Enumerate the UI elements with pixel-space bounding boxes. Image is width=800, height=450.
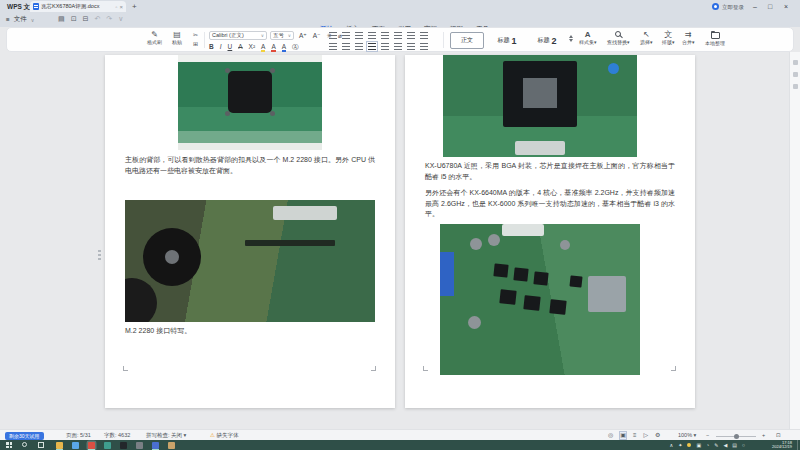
style-gallery-scroll[interactable]	[569, 35, 573, 42]
document-tab[interactable]: 兆芯KX6780A评测.docx ◦ ×	[30, 1, 126, 12]
new-tab-button[interactable]: +	[132, 2, 137, 11]
font-size-select[interactable]: 五号∨	[270, 31, 294, 40]
image-cpu-closeup[interactable]	[443, 55, 637, 157]
increase-font-button[interactable]: A⁺	[299, 32, 307, 39]
find-replace-button[interactable]: 查找替换▾	[607, 31, 630, 45]
tray-icon-yellow[interactable]	[687, 443, 691, 447]
user-label[interactable]: 立即登录	[722, 4, 744, 11]
task-view-icon[interactable]	[38, 442, 44, 448]
page-indicator[interactable]: 页面: 5/31	[66, 432, 91, 439]
style-heading2[interactable]: 标题2	[528, 32, 566, 49]
italic-button[interactable]: I	[220, 43, 222, 50]
merge-button[interactable]: ⇉ 合并▾	[682, 31, 695, 45]
restore-button[interactable]: □	[768, 3, 772, 10]
style-set-button[interactable]: A 样式集▾	[579, 31, 597, 45]
print-icon[interactable]: ⊟	[83, 15, 89, 23]
taskbar-app-wps-active[interactable]	[88, 442, 95, 449]
asian-layout-icon[interactable]	[407, 32, 415, 39]
tray-icon-g[interactable]: ○	[742, 442, 745, 448]
font-name-select[interactable]: Calibri (正文)∨	[209, 31, 267, 40]
slideshow-icon[interactable]: ▷	[643, 432, 648, 439]
word-count[interactable]: 字数: 4632	[104, 432, 130, 439]
border-icon[interactable]	[420, 43, 428, 50]
select-button[interactable]: ↖ 选择▾	[640, 31, 653, 45]
paragraph-mark-icon[interactable]	[394, 32, 402, 39]
align-left-icon[interactable]	[329, 43, 337, 50]
cut-icon[interactable]: ✂	[193, 31, 198, 38]
taskbar-app-explorer[interactable]	[56, 442, 63, 449]
tray-icon-d[interactable]: ✎	[714, 442, 718, 448]
save-icon[interactable]: ▤	[58, 15, 65, 23]
superscript-button[interactable]: X²	[249, 43, 256, 50]
bullet-list-icon[interactable]	[329, 32, 337, 39]
tray-expand-icon[interactable]: ∧	[670, 442, 674, 448]
spell-check-toggle[interactable]: 拼写检查: 关闭 ▾	[146, 432, 186, 439]
tray-icon-e[interactable]: ◀	[723, 442, 727, 448]
paragraph-handle[interactable]	[98, 250, 101, 261]
page-view-icon[interactable]: ▣	[620, 432, 626, 439]
close-tab-icon[interactable]: ×	[119, 4, 123, 10]
distribute-icon[interactable]	[381, 43, 389, 50]
taskbar-app-dark[interactable]	[120, 442, 127, 449]
zoom-in-button[interactable]: +	[762, 432, 765, 438]
taskbar-app-tan[interactable]	[168, 442, 175, 449]
sort-icon[interactable]	[420, 32, 428, 39]
zoom-level[interactable]: 100% ▾	[678, 432, 696, 438]
zoom-slider-knob[interactable]	[734, 434, 739, 439]
taskbar-clock[interactable]: 17:18 2024/12/19	[772, 441, 792, 450]
right-sidebar[interactable]	[789, 52, 800, 429]
taskbar-search-icon[interactable]	[22, 442, 27, 447]
pin-tab-icon[interactable]: ◦	[115, 4, 117, 10]
page-left[interactable]: 主板的背部，可以看到散热器背部的扣具以及一个 M.2 2280 接口。另外 CP…	[105, 55, 395, 408]
missing-font-warning[interactable]: ⚠ 缺失字体	[210, 432, 238, 439]
tray-icon-f[interactable]: ▤	[732, 442, 737, 448]
settings-gear-icon[interactable]: ⚙	[655, 432, 660, 439]
paste-button[interactable]: ▤ 粘贴	[172, 31, 182, 45]
tray-icon-c[interactable]: ◔	[706, 442, 709, 448]
copy-icon[interactable]: ⊞	[193, 40, 198, 47]
image-backplate[interactable]	[178, 55, 322, 150]
justify-icon[interactable]	[368, 43, 376, 50]
style-normal[interactable]: 正文	[450, 32, 484, 49]
align-center-icon[interactable]	[342, 43, 350, 50]
trial-badge[interactable]: 剩余30天试用	[5, 432, 44, 440]
increase-indent-icon[interactable]	[381, 32, 389, 39]
organize-button[interactable]: 本地整理	[705, 31, 725, 46]
document-canvas[interactable]: 主板的背部，可以看到散热器背部的扣具以及一个 M.2 2280 接口。另外 CP…	[0, 52, 800, 429]
image-m2-slot[interactable]	[125, 200, 375, 322]
taskbar-app-gray[interactable]	[136, 442, 143, 449]
shading-icon[interactable]	[407, 43, 415, 50]
start-button[interactable]	[6, 442, 12, 448]
format-painter-button[interactable]: ✎ 格式刷	[147, 31, 162, 45]
decrease-font-button[interactable]: A⁻	[313, 32, 321, 39]
close-button[interactable]: ×	[784, 3, 788, 10]
typeset-button[interactable]: 文 排版▾	[662, 31, 675, 45]
zoom-out-button[interactable]: −	[706, 432, 709, 438]
bold-button[interactable]: B	[209, 43, 214, 50]
fit-page-button[interactable]: ⊡	[776, 432, 781, 438]
image-board-macro[interactable]	[440, 224, 640, 375]
decrease-indent-icon[interactable]	[368, 32, 376, 39]
user-avatar[interactable]	[712, 3, 719, 10]
outline-level-icon[interactable]	[355, 32, 363, 39]
tray-icon-a[interactable]: ✦	[678, 442, 682, 448]
taskbar-app-blue[interactable]	[152, 442, 159, 449]
char-shading-button[interactable]: A	[282, 43, 286, 50]
align-right-icon[interactable]	[355, 43, 363, 50]
minimize-button[interactable]: –	[753, 3, 757, 10]
line-spacing-icon[interactable]	[394, 43, 402, 50]
more-chevron-icon[interactable]: ∨	[118, 15, 123, 23]
file-menu[interactable]: ≡ 文件 ∨	[6, 15, 34, 24]
strikethrough-button[interactable]: A	[238, 43, 242, 50]
numbered-list-icon[interactable]	[342, 32, 350, 39]
taskbar-app-teal[interactable]	[104, 442, 111, 449]
highlight-color-button[interactable]: A	[261, 43, 265, 50]
taskbar-app-browser[interactable]	[72, 442, 79, 449]
page-right[interactable]: KX-U6780A 近照，采用 BGA 封装，芯片是直接焊在主板上面的，官方称相…	[405, 55, 695, 408]
style-heading1[interactable]: 标题1	[488, 32, 526, 49]
print-preview-icon[interactable]: ⊡	[71, 15, 77, 23]
undo-icon[interactable]: ↶	[94, 15, 100, 23]
outline-view-icon[interactable]: ≡	[633, 432, 637, 439]
font-color-button[interactable]: A	[271, 43, 275, 50]
redo-icon[interactable]: ↷	[106, 15, 112, 23]
